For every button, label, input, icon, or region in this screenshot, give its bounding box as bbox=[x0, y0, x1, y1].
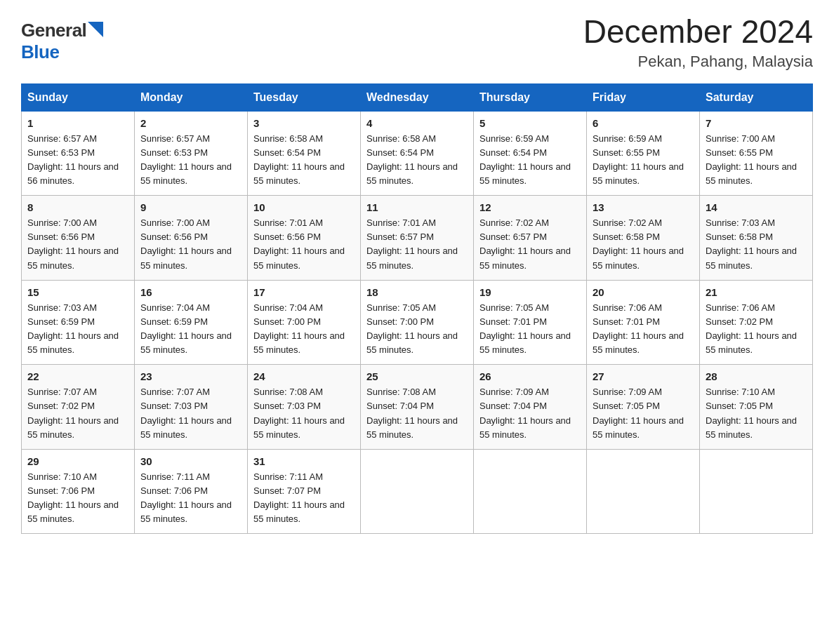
calendar-cell: 9 Sunrise: 7:00 AM Sunset: 6:56 PM Dayli… bbox=[135, 196, 248, 281]
calendar-cell: 27 Sunrise: 7:09 AM Sunset: 7:05 PM Dayl… bbox=[587, 365, 700, 450]
day-info: Sunrise: 7:06 AM Sunset: 7:01 PM Dayligh… bbox=[593, 301, 694, 358]
header-monday: Monday bbox=[135, 83, 248, 111]
day-number: 16 bbox=[140, 286, 241, 298]
calendar-cell: 14 Sunrise: 7:03 AM Sunset: 6:58 PM Dayl… bbox=[700, 196, 813, 281]
calendar-cell: 13 Sunrise: 7:02 AM Sunset: 6:58 PM Dayl… bbox=[587, 196, 700, 281]
day-number: 2 bbox=[140, 117, 241, 129]
day-info: Sunrise: 6:58 AM Sunset: 6:54 PM Dayligh… bbox=[366, 132, 468, 189]
calendar-cell: 28 Sunrise: 7:10 AM Sunset: 7:05 PM Dayl… bbox=[700, 365, 813, 450]
calendar-row-2: 8 Sunrise: 7:00 AM Sunset: 6:56 PM Dayli… bbox=[22, 196, 813, 281]
calendar-cell: 31 Sunrise: 7:11 AM Sunset: 7:07 PM Dayl… bbox=[248, 449, 361, 534]
day-number: 17 bbox=[253, 286, 355, 298]
day-number: 20 bbox=[593, 286, 694, 298]
day-number: 21 bbox=[706, 286, 807, 298]
calendar-cell: 8 Sunrise: 7:00 AM Sunset: 6:56 PM Dayli… bbox=[22, 196, 135, 281]
day-info: Sunrise: 7:02 AM Sunset: 6:57 PM Dayligh… bbox=[479, 216, 581, 273]
header-thursday: Thursday bbox=[474, 83, 587, 111]
calendar-row-5: 29 Sunrise: 7:10 AM Sunset: 7:06 PM Dayl… bbox=[22, 449, 813, 534]
day-info: Sunrise: 6:57 AM Sunset: 6:53 PM Dayligh… bbox=[140, 132, 241, 189]
day-info: Sunrise: 7:06 AM Sunset: 7:02 PM Dayligh… bbox=[706, 301, 807, 358]
day-info: Sunrise: 7:00 AM Sunset: 6:55 PM Dayligh… bbox=[706, 132, 807, 189]
day-number: 29 bbox=[27, 455, 128, 467]
day-info: Sunrise: 7:07 AM Sunset: 7:03 PM Dayligh… bbox=[140, 385, 241, 442]
day-number: 27 bbox=[593, 370, 694, 382]
calendar-row-3: 15 Sunrise: 7:03 AM Sunset: 6:59 PM Dayl… bbox=[22, 280, 813, 365]
day-info: Sunrise: 7:08 AM Sunset: 7:04 PM Dayligh… bbox=[366, 385, 468, 442]
day-info: Sunrise: 7:03 AM Sunset: 6:59 PM Dayligh… bbox=[27, 301, 128, 358]
calendar-header-row: Sunday Monday Tuesday Wednesday Thursday… bbox=[22, 83, 813, 111]
day-number: 26 bbox=[479, 370, 581, 382]
page-title: December 2024 bbox=[583, 14, 813, 50]
day-info: Sunrise: 7:08 AM Sunset: 7:03 PM Dayligh… bbox=[253, 385, 355, 442]
day-number: 19 bbox=[479, 286, 581, 298]
calendar-cell: 21 Sunrise: 7:06 AM Sunset: 7:02 PM Dayl… bbox=[700, 280, 813, 365]
calendar-cell: 25 Sunrise: 7:08 AM Sunset: 7:04 PM Dayl… bbox=[361, 365, 474, 450]
logo-blue: Blue bbox=[21, 41, 59, 62]
calendar-cell bbox=[587, 449, 700, 534]
header-saturday: Saturday bbox=[700, 83, 813, 111]
logo: General Blue bbox=[21, 20, 103, 63]
day-info: Sunrise: 6:58 AM Sunset: 6:54 PM Dayligh… bbox=[253, 132, 355, 189]
day-info: Sunrise: 7:00 AM Sunset: 6:56 PM Dayligh… bbox=[27, 216, 128, 273]
logo-general: General bbox=[21, 20, 86, 41]
calendar-cell: 5 Sunrise: 6:59 AM Sunset: 6:54 PM Dayli… bbox=[474, 111, 587, 196]
day-number: 10 bbox=[253, 201, 355, 213]
day-number: 12 bbox=[479, 201, 581, 213]
header-sunday: Sunday bbox=[22, 83, 135, 111]
calendar-cell: 11 Sunrise: 7:01 AM Sunset: 6:57 PM Dayl… bbox=[361, 196, 474, 281]
day-number: 13 bbox=[593, 201, 694, 213]
day-info: Sunrise: 7:00 AM Sunset: 6:56 PM Dayligh… bbox=[140, 216, 241, 273]
page-subtitle: Pekan, Pahang, Malaysia bbox=[583, 53, 813, 71]
calendar-cell: 18 Sunrise: 7:05 AM Sunset: 7:00 PM Dayl… bbox=[361, 280, 474, 365]
day-number: 22 bbox=[27, 370, 128, 382]
svg-marker-0 bbox=[88, 22, 103, 37]
calendar-cell: 17 Sunrise: 7:04 AM Sunset: 7:00 PM Dayl… bbox=[248, 280, 361, 365]
day-number: 24 bbox=[253, 370, 355, 382]
calendar-cell: 19 Sunrise: 7:05 AM Sunset: 7:01 PM Dayl… bbox=[474, 280, 587, 365]
day-number: 7 bbox=[706, 117, 807, 129]
day-number: 18 bbox=[366, 286, 468, 298]
calendar-cell: 22 Sunrise: 7:07 AM Sunset: 7:02 PM Dayl… bbox=[22, 365, 135, 450]
day-number: 31 bbox=[253, 455, 355, 467]
day-number: 9 bbox=[140, 201, 241, 213]
calendar-cell: 29 Sunrise: 7:10 AM Sunset: 7:06 PM Dayl… bbox=[22, 449, 135, 534]
day-number: 28 bbox=[706, 370, 807, 382]
day-number: 14 bbox=[706, 201, 807, 213]
day-number: 5 bbox=[479, 117, 581, 129]
day-info: Sunrise: 6:59 AM Sunset: 6:54 PM Dayligh… bbox=[479, 132, 581, 189]
header-friday: Friday bbox=[587, 83, 700, 111]
day-info: Sunrise: 7:03 AM Sunset: 6:58 PM Dayligh… bbox=[706, 216, 807, 273]
day-info: Sunrise: 7:05 AM Sunset: 7:01 PM Dayligh… bbox=[479, 301, 581, 358]
day-info: Sunrise: 7:01 AM Sunset: 6:56 PM Dayligh… bbox=[253, 216, 355, 273]
calendar-cell: 16 Sunrise: 7:04 AM Sunset: 6:59 PM Dayl… bbox=[135, 280, 248, 365]
day-info: Sunrise: 7:07 AM Sunset: 7:02 PM Dayligh… bbox=[27, 385, 128, 442]
title-section: December 2024 Pekan, Pahang, Malaysia bbox=[583, 14, 813, 71]
calendar-cell: 23 Sunrise: 7:07 AM Sunset: 7:03 PM Dayl… bbox=[135, 365, 248, 450]
calendar-cell: 12 Sunrise: 7:02 AM Sunset: 6:57 PM Dayl… bbox=[474, 196, 587, 281]
calendar-row-4: 22 Sunrise: 7:07 AM Sunset: 7:02 PM Dayl… bbox=[22, 365, 813, 450]
page-header: General Blue December 2024 Pekan, Pahang… bbox=[21, 14, 813, 71]
calendar-cell: 20 Sunrise: 7:06 AM Sunset: 7:01 PM Dayl… bbox=[587, 280, 700, 365]
calendar-cell: 1 Sunrise: 6:57 AM Sunset: 6:53 PM Dayli… bbox=[22, 111, 135, 196]
day-info: Sunrise: 7:10 AM Sunset: 7:06 PM Dayligh… bbox=[27, 470, 128, 527]
day-number: 15 bbox=[27, 286, 128, 298]
day-info: Sunrise: 7:09 AM Sunset: 7:05 PM Dayligh… bbox=[593, 385, 694, 442]
day-info: Sunrise: 7:04 AM Sunset: 7:00 PM Dayligh… bbox=[253, 301, 355, 358]
calendar-cell: 30 Sunrise: 7:11 AM Sunset: 7:06 PM Dayl… bbox=[135, 449, 248, 534]
calendar-cell: 6 Sunrise: 6:59 AM Sunset: 6:55 PM Dayli… bbox=[587, 111, 700, 196]
calendar-cell: 4 Sunrise: 6:58 AM Sunset: 6:54 PM Dayli… bbox=[361, 111, 474, 196]
day-info: Sunrise: 7:05 AM Sunset: 7:00 PM Dayligh… bbox=[366, 301, 468, 358]
day-number: 6 bbox=[593, 117, 694, 129]
calendar-cell: 15 Sunrise: 7:03 AM Sunset: 6:59 PM Dayl… bbox=[22, 280, 135, 365]
day-number: 3 bbox=[253, 117, 355, 129]
calendar-cell: 26 Sunrise: 7:09 AM Sunset: 7:04 PM Dayl… bbox=[474, 365, 587, 450]
day-number: 30 bbox=[140, 455, 241, 467]
calendar-cell bbox=[361, 449, 474, 534]
logo-arrow-icon bbox=[88, 22, 103, 37]
calendar-cell: 24 Sunrise: 7:08 AM Sunset: 7:03 PM Dayl… bbox=[248, 365, 361, 450]
day-info: Sunrise: 7:04 AM Sunset: 6:59 PM Dayligh… bbox=[140, 301, 241, 358]
calendar-cell: 10 Sunrise: 7:01 AM Sunset: 6:56 PM Dayl… bbox=[248, 196, 361, 281]
day-number: 25 bbox=[366, 370, 468, 382]
day-info: Sunrise: 7:09 AM Sunset: 7:04 PM Dayligh… bbox=[479, 385, 581, 442]
header-wednesday: Wednesday bbox=[361, 83, 474, 111]
